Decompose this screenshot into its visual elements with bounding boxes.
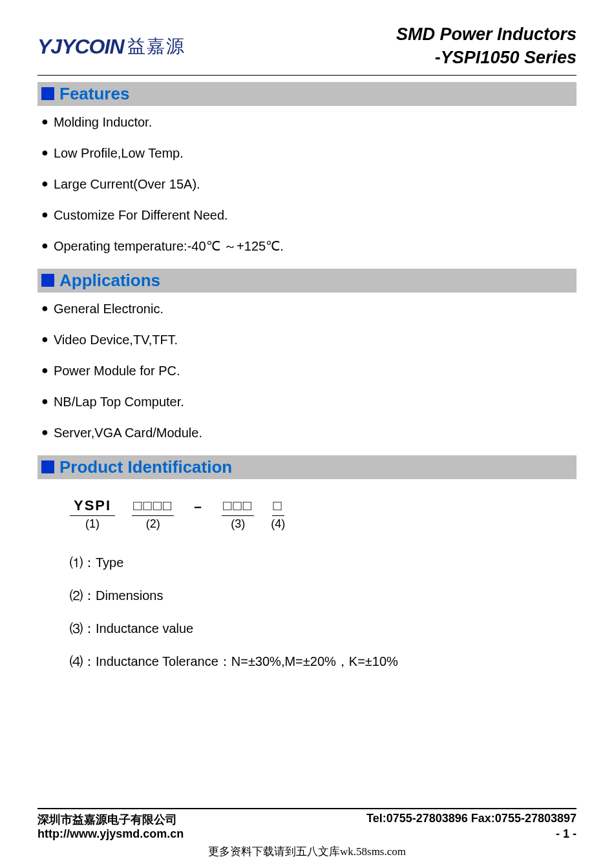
footer: 深圳市益嘉源电子有限公司 Tel:0755-27803896 Fax:0755-… [37, 808, 577, 841]
square-bullet-icon [41, 274, 54, 287]
feature-item: Operating temperature:-40℃ ～+125℃. [40, 238, 577, 254]
pid-placeholder: □ [272, 497, 284, 516]
product-id-header: Product Identification [37, 455, 577, 479]
features-list: Molding Inductor. Low Profile,Low Temp. … [37, 114, 577, 254]
square-bullet-icon [41, 460, 54, 473]
applications-title: Applications [59, 271, 160, 291]
application-item: Server,VGA Card/Module. [40, 424, 577, 441]
pid-code: YSPI [70, 497, 115, 516]
page-number: - 1 - [556, 827, 577, 841]
logo: YJYCOIN 益嘉源 [37, 34, 185, 59]
company-name: 深圳市益嘉源电子有限公司 [37, 812, 177, 827]
pid-dash: － [191, 497, 205, 531]
website-url: http://www.yjysmd.com.cn [37, 827, 184, 841]
pid-index: (4) [271, 517, 285, 531]
pid-index: (2) [132, 517, 174, 531]
square-bullet-icon [41, 87, 54, 100]
pid-part-2: □□□□ (2) [132, 497, 174, 531]
application-item: General Electronic. [40, 300, 577, 317]
features-title: Features [59, 84, 129, 104]
id-definition: ⑷：Inductance Tolerance：N=±30%,M=±20%，K=±… [70, 653, 577, 670]
feature-item: Customize For Different Need. [40, 207, 577, 223]
id-definition: ⑴：Type [70, 554, 577, 572]
product-id-scheme: YSPI (1) □□□□ (2) － □□□ (3) □ (4) [70, 497, 577, 531]
id-definition: ⑵：Dimensions [70, 587, 577, 604]
header: YJYCOIN 益嘉源 SMD Power Inductors -YSPI105… [37, 23, 577, 70]
pid-part-3: □□□ (3) [222, 497, 254, 531]
pid-placeholder: □□□□ [132, 497, 174, 516]
product-id-definitions: ⑴：Type ⑵：Dimensions ⑶：Inductance value ⑷… [70, 554, 577, 670]
applications-header: Applications [37, 269, 577, 293]
pid-index: (3) [222, 517, 254, 531]
product-id-title: Product Identification [59, 457, 232, 477]
product-id-row: YSPI (1) □□□□ (2) － □□□ (3) □ (4) [70, 497, 577, 531]
header-divider [37, 75, 577, 76]
contact-info: Tel:0755-27803896 Fax:0755-27803897 [366, 812, 577, 827]
pid-part-4: □ (4) [271, 497, 285, 531]
feature-item: Molding Inductor. [40, 114, 577, 130]
pid-part-1: YSPI (1) [70, 497, 115, 531]
logo-text: YJYCOIN [37, 35, 123, 59]
feature-item: Low Profile,Low Temp. [40, 145, 577, 161]
footer-divider [37, 808, 577, 809]
document-title: SMD Power Inductors -YSPI1050 Series [396, 23, 577, 70]
pid-index: (1) [70, 517, 115, 531]
title-line1: SMD Power Inductors [396, 23, 577, 46]
features-header: Features [37, 82, 577, 106]
footer-row-2: http://www.yjysmd.com.cn - 1 - [37, 827, 577, 841]
id-definition: ⑶：Inductance value [70, 620, 577, 637]
download-notice: 更多资料下载请到五八文库wk.58sms.com [0, 844, 614, 859]
logo-cn: 益嘉源 [127, 34, 185, 59]
pid-placeholder: □□□ [222, 497, 254, 516]
application-item: Power Module for PC. [40, 362, 577, 379]
application-item: Video Device,TV,TFT. [40, 331, 577, 348]
applications-list: General Electronic. Video Device,TV,TFT.… [37, 300, 577, 441]
footer-row-1: 深圳市益嘉源电子有限公司 Tel:0755-27803896 Fax:0755-… [37, 812, 577, 827]
title-line2: -YSPI1050 Series [396, 46, 577, 69]
application-item: NB/Lap Top Computer. [40, 393, 577, 410]
feature-item: Large Current(Over 15A). [40, 176, 577, 192]
